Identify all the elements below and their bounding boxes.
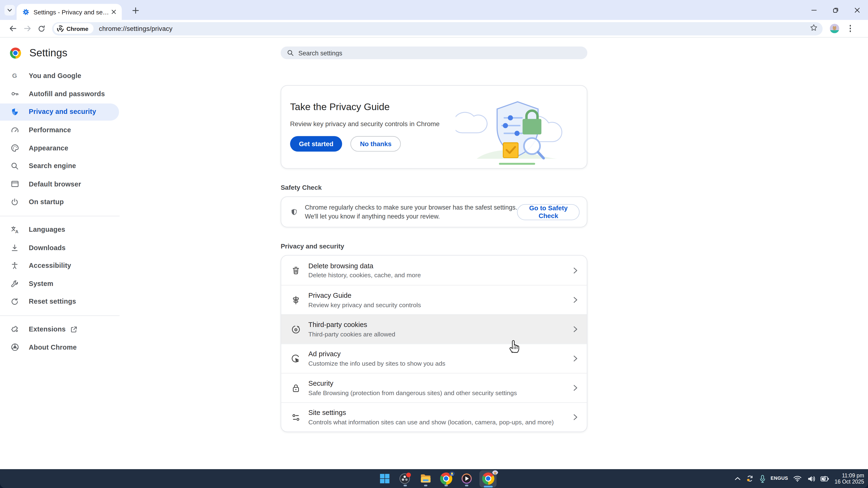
chevron-right-icon [572, 326, 578, 332]
minimize-button[interactable] [803, 0, 825, 20]
microphone-icon[interactable] [759, 475, 766, 483]
row-site-settings[interactable]: Site settingsControls what information s… [281, 402, 587, 431]
close-icon [854, 7, 860, 13]
sidebar-item-on-startup[interactable]: On startup [0, 193, 120, 211]
window-controls [803, 0, 868, 20]
taskbar-app-file-explorer[interactable] [418, 471, 433, 486]
row-delete-browsing-data[interactable]: Delete browsing dataDelete history, cook… [281, 256, 587, 285]
sync-status-icon[interactable] [746, 475, 754, 483]
row-ad-privacy[interactable]: Ad privacyCustomize the info used by sit… [281, 344, 587, 373]
address-bar[interactable]: Chrome chrome://settings/privacy [52, 22, 823, 35]
start-button[interactable] [377, 471, 392, 486]
puzzle-icon [10, 325, 19, 334]
get-started-button[interactable]: Get started [290, 136, 342, 152]
settings-content: Take the Privacy Guide Review key privac… [281, 38, 587, 432]
minimize-icon [811, 7, 817, 13]
sidebar-item-privacy-security[interactable]: Privacy and security [0, 103, 120, 121]
browser-menu-button[interactable] [846, 24, 855, 33]
row-third-party-cookies[interactable]: Third-party cookiesThird-party cookies a… [281, 314, 587, 344]
sidebar-item-you-and-google[interactable]: G You and Google [0, 67, 120, 85]
power-icon [10, 198, 19, 207]
volume-icon[interactable] [807, 475, 815, 482]
sidebar-item-extensions[interactable]: Extensions [0, 320, 120, 338]
privacy-section-label: Privacy and security [281, 242, 587, 250]
wrench-icon [10, 279, 19, 289]
maximize-button[interactable] [825, 0, 846, 20]
plus-icon [132, 7, 139, 13]
page-title: Settings [29, 47, 67, 59]
taskbar-app-chrome-active[interactable] [479, 470, 497, 487]
tab-close-icon[interactable] [109, 7, 118, 17]
chevron-right-icon [572, 385, 578, 391]
cookie-eye-icon [290, 324, 301, 334]
sidebar-item-system[interactable]: System [0, 275, 120, 293]
search-icon [287, 49, 294, 57]
profile-avatar[interactable] [830, 24, 839, 33]
svg-text:G: G [12, 72, 17, 79]
no-thanks-button[interactable]: No thanks [350, 136, 401, 152]
browser-tab[interactable]: Settings - Privacy and security [17, 4, 122, 20]
file-explorer-icon [420, 473, 432, 485]
taskbar-app-obs[interactable] [398, 471, 412, 486]
row-security[interactable]: SecuritySafe Browsing (protection from d… [281, 373, 587, 402]
privacy-guide-card: Take the Privacy Guide Review key privac… [281, 85, 587, 168]
chevron-right-icon [572, 355, 578, 362]
search-settings-input[interactable] [299, 50, 581, 56]
sidebar-item-reset-settings[interactable]: Reset settings [0, 293, 120, 311]
sidebar-item-autofill[interactable]: Autofill and passwords [0, 85, 120, 103]
chrome-logo-icon [10, 47, 21, 59]
windows-start-icon [379, 473, 390, 484]
go-to-safety-check-button[interactable]: Go to Safety Check [517, 204, 580, 220]
sidebar-item-search-engine[interactable]: Search engine [0, 157, 120, 175]
obs-icon [399, 473, 411, 485]
tab-strip: Settings - Privacy and security [0, 0, 868, 20]
desktop-screen: Settings - Privacy and security [0, 0, 868, 488]
new-tab-button[interactable] [131, 5, 140, 15]
running-indicator [444, 485, 447, 486]
url-text: chrome://settings/privacy [99, 25, 173, 32]
search-settings-box[interactable] [281, 46, 587, 59]
svg-text:A: A [15, 229, 18, 234]
accessibility-icon [10, 261, 19, 270]
back-button[interactable] [5, 21, 20, 36]
forward-button[interactable] [20, 21, 34, 36]
tray-chevron-up[interactable] [734, 477, 740, 481]
sidebar-item-accessibility[interactable]: Accessibility [0, 257, 120, 275]
sidebar-item-downloads[interactable]: Downloads [0, 238, 120, 257]
ad-privacy-icon [290, 353, 301, 364]
sidebar-item-about-chrome[interactable]: About Chrome [0, 338, 120, 356]
taskbar-app-media-player[interactable] [459, 471, 474, 486]
bookmark-star-button[interactable] [810, 24, 818, 33]
back-arrow-icon [8, 24, 17, 33]
chrome-icon [482, 473, 494, 485]
running-indicator [465, 485, 468, 486]
profile-badge [449, 469, 455, 476]
sidebar-item-appearance[interactable]: Appearance [0, 139, 120, 157]
settings-header: Settings [0, 38, 120, 59]
key-icon [10, 89, 19, 99]
site-chip[interactable]: Chrome [54, 23, 93, 34]
avatar-image [830, 24, 839, 33]
download-icon [10, 243, 19, 253]
language-indicator[interactable]: ENG US [771, 476, 788, 481]
browser-toolbar: Chrome chrome://settings/privacy [0, 20, 868, 37]
tab-search-button[interactable] [4, 5, 15, 15]
sidebar-item-performance[interactable]: Performance [0, 121, 120, 139]
sidebar-item-default-browser[interactable]: Default browser [0, 175, 120, 193]
privacy-guide-title: Take the Privacy Guide [290, 101, 390, 113]
media-player-icon [460, 473, 472, 485]
tray-time: 11:09 pm [842, 472, 864, 479]
tab-title: Settings - Privacy and security [33, 8, 109, 15]
taskbar-app-chrome-profile[interactable] [438, 471, 453, 486]
wifi-icon[interactable] [793, 475, 802, 482]
close-button[interactable] [846, 0, 868, 20]
reload-button[interactable] [34, 21, 49, 36]
clock[interactable]: 11:09 pm 16 Oct 2025 [835, 472, 864, 485]
battery-icon[interactable] [820, 476, 829, 482]
sidebar-item-languages[interactable]: A Languages [0, 221, 120, 238]
search-icon [10, 161, 19, 171]
row-privacy-guide[interactable]: Privacy GuideReview key privacy and secu… [281, 285, 587, 314]
forward-arrow-icon [23, 24, 31, 33]
settings-gear-favicon [22, 8, 30, 16]
sliders-icon [290, 412, 301, 422]
